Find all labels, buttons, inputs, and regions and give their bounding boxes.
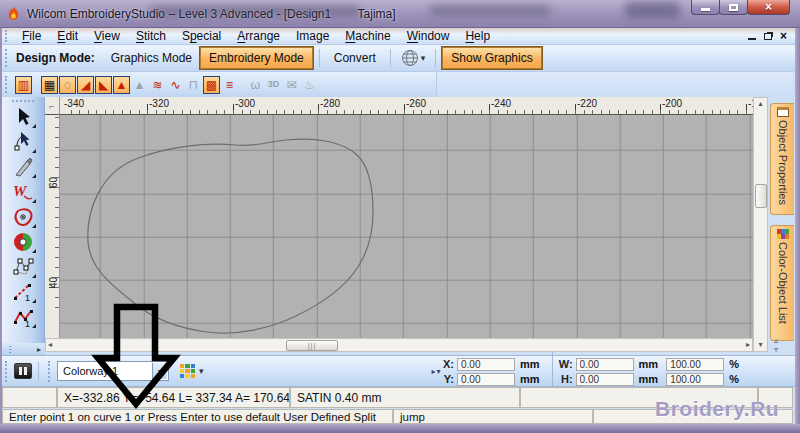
menu-file[interactable]: File xyxy=(14,28,49,44)
toolbar-drag-handle[interactable] xyxy=(48,361,53,382)
menu-stitch[interactable]: Stitch xyxy=(128,28,174,44)
horizontal-scroll-thumb[interactable]: ||| xyxy=(286,340,338,351)
show-graphics-button[interactable]: Show Graphics xyxy=(442,47,541,69)
lettering-tool[interactable]: W xyxy=(9,179,37,204)
colorway-palette-button[interactable] xyxy=(179,363,196,379)
right-dock: Object Properties Color-Object List ▵▿ xyxy=(768,97,795,355)
thread-colors-tool[interactable] xyxy=(9,229,37,254)
convert-button[interactable]: Convert xyxy=(326,48,384,68)
percent-label: % xyxy=(729,358,739,370)
dock-cycle-arrows[interactable]: ▵▿ xyxy=(774,337,778,355)
triple-run-tool[interactable]: 1 xyxy=(9,304,37,329)
tab-color-object-list[interactable]: Color-Object List xyxy=(770,225,794,341)
tab-object-properties[interactable]: Object Properties xyxy=(770,103,794,215)
satin-lines-icon[interactable]: ≡ xyxy=(221,76,238,94)
menu-window[interactable]: Window xyxy=(399,28,458,44)
envelope-effect-icon[interactable]: ✉ xyxy=(283,76,300,94)
toolbar-drag-handle[interactable] xyxy=(5,76,10,94)
vertical-ruler: 6040 xyxy=(45,115,60,338)
status-stitch-type: SATIN 0.40 mm xyxy=(290,387,520,408)
design-mode-toolbar: Design Mode: Graphics Mode Embroidery Mo… xyxy=(2,45,795,72)
graphics-mode-button[interactable]: Graphics Mode xyxy=(103,48,200,68)
contour-fill-icon[interactable]: ▲ xyxy=(113,76,130,94)
titlebar-glass-reflection xyxy=(150,6,360,16)
menu-special[interactable]: Special xyxy=(174,28,229,44)
minimize-button[interactable] xyxy=(691,0,720,15)
design-slide-icon[interactable] xyxy=(14,363,32,379)
select-arrow-icon xyxy=(12,106,34,128)
chevron-down-icon[interactable]: ▾ xyxy=(199,366,204,376)
menu-bar: FileEditViewStitchSpecialArrangeImageMac… xyxy=(2,28,795,45)
mdi-restore-icon[interactable] xyxy=(764,33,772,40)
scroll-up-icon[interactable]: ▴ xyxy=(756,98,764,110)
titlebar[interactable]: Wilcom EmbroideryStudio – Level 3 Advanc… xyxy=(0,0,800,28)
reshape-tool[interactable] xyxy=(9,129,37,154)
menu-edit[interactable]: Edit xyxy=(49,28,86,44)
hoop-globe-button[interactable]: ▾ xyxy=(397,47,430,69)
menu-view[interactable]: View xyxy=(86,28,128,44)
step-run-icon[interactable]: ⊓ xyxy=(185,76,202,94)
ruler-origin-box[interactable]: ⌐ xyxy=(45,97,60,115)
embroidery-mode-button[interactable]: Embroidery Mode xyxy=(200,47,313,69)
svg-text:W: W xyxy=(13,183,28,199)
menu-items: FileEditViewStitchSpecialArrangeImageMac… xyxy=(14,28,498,44)
scale-w-input[interactable] xyxy=(666,358,724,371)
menu-arrange[interactable]: Arrange xyxy=(229,28,288,44)
run-stitch-tool[interactable]: 1 xyxy=(9,279,37,304)
menu-image[interactable]: Image xyxy=(288,28,337,44)
motif-fill-icon[interactable]: ◌ xyxy=(59,76,76,94)
radial-fill-icon[interactable]: ◣ xyxy=(95,76,112,94)
app-window: Wilcom EmbroideryStudio – Level 3 Advanc… xyxy=(0,0,800,433)
y-input[interactable] xyxy=(457,373,515,386)
h-input[interactable] xyxy=(576,373,634,386)
closed-object-tool[interactable] xyxy=(9,254,37,279)
toolbox-more-icon[interactable]: ⋮ xyxy=(6,345,14,354)
toolbar-drag-handle[interactable] xyxy=(5,49,10,67)
toolbox-expand-icon[interactable]: ▸ xyxy=(37,345,41,354)
hruler-label: -220 xyxy=(577,98,597,109)
tab-label: Object Properties xyxy=(777,120,789,205)
applique-tool[interactable] xyxy=(9,204,37,229)
scroll-right-icon[interactable]: ▸ xyxy=(744,339,752,351)
scroll-down-icon[interactable]: ▾ xyxy=(756,339,764,351)
select-tool[interactable] xyxy=(9,104,37,129)
basket-effect-icon[interactable]: ♨ xyxy=(301,76,318,94)
status-empty-cell xyxy=(2,387,57,408)
knife-tool[interactable] xyxy=(9,154,37,179)
menu-help[interactable]: Help xyxy=(457,28,498,44)
w-input[interactable] xyxy=(576,358,634,371)
vertical-scrollbar[interactable]: ▴ ▾ xyxy=(753,97,768,352)
menu-machine[interactable]: Machine xyxy=(337,28,398,44)
scroll-left-icon[interactable]: ◂ xyxy=(46,339,54,351)
toolbar-drag-handle[interactable] xyxy=(5,361,10,382)
vertical-scroll-thumb[interactable] xyxy=(755,184,767,208)
svg-text:1: 1 xyxy=(25,293,30,303)
toolbar-drag-handle[interactable] xyxy=(5,30,10,41)
zigzag-fill-icon[interactable]: ▥ xyxy=(15,76,32,94)
pattern-fill-icon[interactable]: ▩ xyxy=(203,76,220,94)
horizontal-scrollbar[interactable]: ◂ ||| ▸ xyxy=(45,338,753,352)
fancy-fill-icon[interactable]: ω xyxy=(247,76,264,94)
run-stitch-icon: 1 xyxy=(12,281,34,303)
contour-run-icon[interactable]: ▲ xyxy=(131,76,148,94)
h-label: H: xyxy=(557,373,573,385)
hruler-label: -260 xyxy=(406,98,426,109)
mdi-close-icon[interactable]: × xyxy=(780,30,787,42)
toolbar-drag-handle[interactable] xyxy=(12,100,34,102)
3d-effect-icon[interactable]: 3D xyxy=(265,76,282,94)
wave-run-icon[interactable]: ∿ xyxy=(167,76,184,94)
colorway-select[interactable]: Colorway 1 ▾ xyxy=(57,361,169,381)
mdi-minimize-icon[interactable] xyxy=(748,32,756,40)
globe-icon xyxy=(401,49,419,67)
zigzag-run-icon[interactable]: ≋ xyxy=(149,76,166,94)
scale-h-input[interactable] xyxy=(666,373,724,386)
combo-dropdown-button[interactable]: ▾ xyxy=(152,363,167,379)
fan-fill-icon[interactable]: ◢ xyxy=(77,76,94,94)
design-canvas[interactable] xyxy=(60,115,753,338)
tatami-fill-icon[interactable]: ▦ xyxy=(41,76,58,94)
percent-label: % xyxy=(729,373,739,385)
close-button[interactable]: × xyxy=(747,0,790,15)
maximize-button[interactable] xyxy=(719,0,748,15)
x-input[interactable] xyxy=(457,358,515,371)
toolbar-empty-area xyxy=(437,72,793,97)
